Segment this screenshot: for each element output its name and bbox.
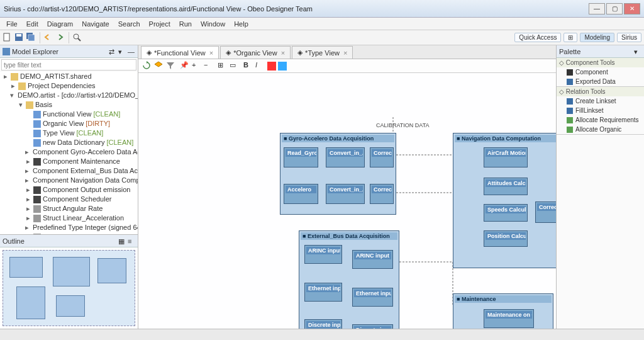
arrange-icon[interactable]: ⊞	[218, 61, 228, 71]
child-block[interactable]: AirCraft Motion Detection	[484, 147, 528, 167]
child-block[interactable]: Position Calculation	[484, 230, 528, 247]
zoom-out-icon[interactable]: −	[204, 61, 214, 71]
outline-view-icon[interactable]: ▦	[118, 237, 126, 245]
menu-bar: FileEditDiagramNavigateSearchProjectRunW…	[0, 18, 644, 30]
editor-tab[interactable]: ◈*Organic View×	[220, 46, 291, 59]
perspective-modeling[interactable]: Modeling	[580, 33, 614, 42]
child-title: ARINC input normalisation	[354, 252, 391, 259]
view-menu-icon[interactable]: ▾	[118, 48, 126, 55]
palette-item[interactable]: Allocate Requirements	[557, 115, 644, 125]
editor-tab[interactable]: ◈*Functional View×	[141, 46, 219, 59]
maximize-button[interactable]: ▢	[606, 3, 623, 14]
tree-node[interactable]: ▸Component External_Bus Data Acquisition	[0, 166, 138, 176]
menu-window[interactable]: Window	[197, 19, 229, 29]
menu-run[interactable]: Run	[175, 19, 196, 29]
menu-file[interactable]: File	[3, 19, 21, 29]
new-icon[interactable]	[3, 33, 13, 43]
layers-icon[interactable]	[154, 61, 164, 71]
menu-navigate[interactable]: Navigate	[78, 19, 113, 29]
child-block[interactable]: Ethernet input normalisation	[352, 288, 393, 307]
minimize-button[interactable]: —	[589, 3, 605, 14]
tree-node[interactable]: ▸Predefined Type Integer (signed 64-bits…	[0, 223, 138, 232]
redo-icon[interactable]	[55, 33, 65, 43]
close-tab-icon[interactable]: ×	[209, 49, 213, 57]
font-color-icon[interactable]	[267, 62, 276, 71]
child-block[interactable]: Read_Gyro_Data	[284, 147, 318, 167]
menu-project[interactable]: Project	[145, 19, 174, 29]
child-block[interactable]: Correction Algos + Filters	[535, 201, 556, 223]
filter-input[interactable]	[1, 59, 136, 71]
outline-tree-icon[interactable]: ≡	[128, 237, 135, 245]
bold-icon[interactable]: B	[243, 61, 253, 71]
close-tab-icon[interactable]: ×	[343, 49, 347, 57]
italic-icon[interactable]: I	[255, 61, 265, 71]
tree-node[interactable]: Functional View [CLEAN]	[0, 110, 138, 119]
component-block[interactable]: ■ Navigation Data ComputationAirCraft Mo…	[453, 133, 556, 268]
palette-menu-icon[interactable]: ▾	[634, 48, 641, 55]
palette-section-header[interactable]: ◇ Component Tools	[557, 58, 644, 67]
tree-node[interactable]: ▸Component Output emission	[0, 185, 138, 195]
diagram-canvas[interactable]: CALIBRATION DATA MAINTENANCE FILER ■ Gyr…	[138, 73, 556, 329]
child-block[interactable]: Ethernet input acquisition	[304, 283, 342, 302]
palette-item[interactable]: Exported Data	[557, 77, 644, 86]
undo-icon[interactable]	[43, 33, 53, 43]
palette-item[interactable]: FillLinkset	[557, 106, 644, 115]
menu-search[interactable]: Search	[114, 19, 144, 29]
child-block[interactable]: ARINC input acquisition	[304, 245, 342, 264]
pin-icon[interactable]: 📌	[180, 61, 190, 71]
component-block[interactable]: ■ MaintenanceMaintenance on GroundMainte…	[453, 293, 553, 329]
child-block[interactable]: Discrete input acquisition	[304, 319, 342, 329]
palette-item[interactable]: Component	[557, 67, 644, 77]
tree-node[interactable]: ▸Component Gyro-Accelero Data Acquisitio…	[0, 147, 138, 157]
quick-access-button[interactable]: Quick Access	[514, 33, 561, 42]
child-block[interactable]: Attitudes Calculation	[484, 178, 528, 195]
child-block[interactable]: Convert_in_Accelerations	[326, 184, 365, 204]
menu-help[interactable]: Help	[230, 19, 252, 29]
zoom-icon[interactable]	[72, 33, 82, 43]
link-editor-icon[interactable]: ⇄	[109, 48, 116, 55]
tree-node[interactable]: Type View [CLEAN]	[0, 128, 138, 138]
save-all-icon[interactable]	[26, 33, 36, 43]
tree-node[interactable]: ▸Struct Angular Rate	[0, 204, 138, 213]
child-block[interactable]: Convert_in_Angular_Rates	[326, 147, 365, 167]
zoom-in-icon[interactable]: +	[192, 61, 202, 71]
child-block[interactable]: Maintenance on Ground	[484, 309, 534, 328]
open-perspective-icon[interactable]: ⊞	[564, 33, 577, 42]
model-tree[interactable]: ▸DEMO_ARTIST.shared▸Project Dependencies…	[0, 72, 138, 234]
fill-color-icon[interactable]	[278, 62, 287, 71]
child-block[interactable]: Discrete input normalisation	[352, 324, 393, 329]
save-icon[interactable]	[14, 33, 25, 43]
tree-node[interactable]: ▸Project Dependencies	[0, 81, 138, 91]
minimize-panel-icon[interactable]: —	[128, 48, 135, 55]
tree-node[interactable]: ▸Component Scheduler	[0, 195, 138, 204]
menu-edit[interactable]: Edit	[23, 19, 42, 29]
tree-node[interactable]: new Data Dictionary [CLEAN]	[0, 138, 138, 147]
refresh-icon[interactable]	[142, 61, 152, 71]
filter-icon[interactable]	[166, 61, 176, 71]
child-block[interactable]: Correct_Bias_Effects	[370, 147, 394, 167]
select-icon[interactable]: ▭	[230, 61, 240, 71]
component-block[interactable]: ■ External_Bus Data AcquisitionARINC inp…	[299, 230, 399, 329]
outline-thumbnail[interactable]	[0, 247, 138, 329]
tree-node[interactable]: ▾DEMO.artist - [cdo://artist-v120/DEMO_A…	[0, 91, 138, 100]
tree-node[interactable]: ▸Component Maintenance	[0, 157, 138, 166]
tree-node[interactable]: Organic View [DIRTY]	[0, 119, 138, 128]
palette-item[interactable]: Allocate Organic	[557, 125, 644, 134]
menu-diagram[interactable]: Diagram	[43, 19, 77, 29]
palette-section-header[interactable]: ◇ Relation Tools	[557, 87, 644, 96]
component-block[interactable]: ■ Gyro-Accelero Data AcquisitionRead_Gyr…	[280, 133, 396, 215]
perspective-sirius[interactable]: Sirius	[617, 33, 641, 42]
tree-node[interactable]: ▸DEMO_ARTIST.shared	[0, 72, 138, 81]
close-tab-icon[interactable]: ×	[281, 49, 285, 57]
child-block[interactable]: ARINC input normalisation	[352, 250, 393, 269]
palette-item[interactable]: Create Linkset	[557, 96, 644, 106]
editor-tab[interactable]: ◈*Type View×	[292, 46, 353, 59]
child-block[interactable]: Accelero	[284, 184, 318, 204]
child-block[interactable]: Speeds Calculation	[484, 204, 528, 222]
tree-node[interactable]: ▸Struct Linear_Acceleration	[0, 213, 138, 223]
close-button[interactable]: ✕	[624, 3, 640, 14]
tree-node[interactable]: ▸Component Navigation Data Computation	[0, 176, 138, 185]
tree-node[interactable]: ▾Basis	[0, 100, 138, 110]
child-title: ARINC input acquisition	[306, 247, 340, 254]
child-block[interactable]: Correct_Lever_Arm_Effects	[370, 184, 394, 204]
